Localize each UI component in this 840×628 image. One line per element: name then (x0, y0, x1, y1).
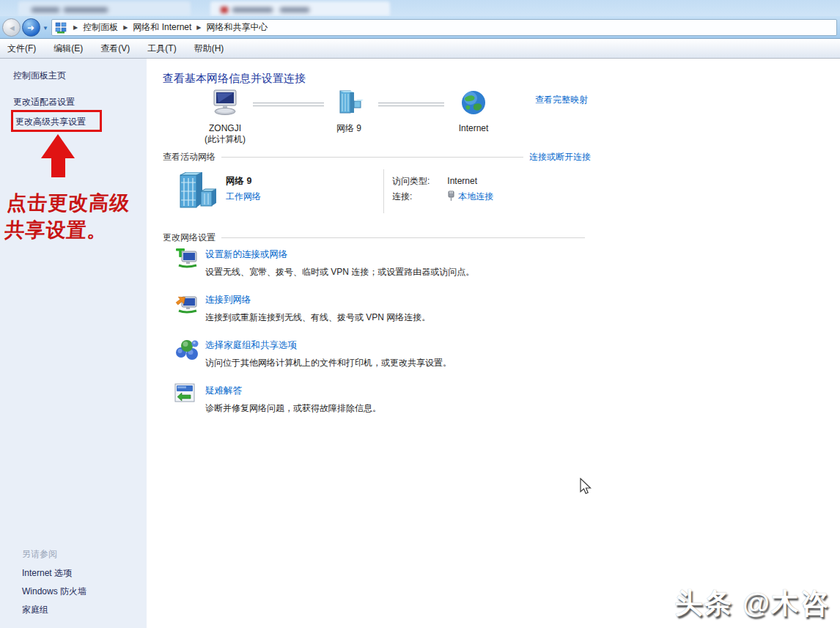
access-type-row: 访问类型: Internet (392, 175, 477, 188)
blurred-text (280, 7, 309, 12)
list-item-setup-new-connection[interactable]: 设置新的连接或网络 设置无线、宽带、拨号、临时或 VPN 连接；或设置路由器或访… (163, 247, 591, 278)
homegroup-sharing-link[interactable]: 选择家庭组和共享选项 (205, 340, 297, 350)
red-arrow-head (41, 134, 75, 158)
connect-to-network-desc: 连接到或重新连接到无线、有线、拨号或 VPN 网络连接。 (205, 311, 591, 324)
annotation-line1: 点击更改高级 (6, 189, 131, 216)
recent-pages-dropdown[interactable]: ▼ (43, 25, 48, 32)
blurred-browser-tabstrip (0, 0, 840, 16)
globe-icon (460, 89, 487, 116)
blurred-text (232, 7, 273, 12)
back-button[interactable]: ◄ (2, 18, 21, 37)
connect-disconnect-link[interactable]: 连接或断开连接 (529, 151, 591, 163)
troubleshoot-desc: 诊断并修复网络问题，或获得故障排除信息。 (205, 402, 591, 415)
new-connection-icon (174, 247, 199, 270)
list-item-connect-to-network[interactable]: 连接到网络 连接到或重新连接到无线、有线、拨号或 VPN 网络连接。 (163, 292, 591, 324)
network-sharing-center-window: ◄ ➜ ▼ ▶ 控制面板 ▶ 网络和 Internet ▶ 网络和共享中心 文件… (0, 0, 840, 628)
connection-label: 连接: (392, 191, 445, 203)
connection-row: 连接: 本地连接 (392, 191, 493, 203)
forward-arrow-icon: ➜ (27, 23, 34, 33)
red-up-arrow (40, 134, 75, 177)
sidebar-item-change-adapter-settings[interactable]: 更改适配器设置 (13, 96, 75, 108)
list-item-homegroup-sharing[interactable]: 选择家庭组和共享选项 访问位于其他网络计算机上的文件和打印机，或更改共享设置。 (163, 338, 591, 369)
active-networks-header: 查看活动网络 (163, 151, 215, 163)
menu-view[interactable]: 查看(V) (100, 43, 130, 55)
divider (221, 157, 523, 158)
annotation-line2: 共享设置。 (4, 216, 129, 243)
troubleshoot-link[interactable]: 疑难解答 (205, 385, 242, 396)
local-area-connection-link[interactable]: 本地连接 (458, 191, 493, 202)
sidebar-item-homegroup[interactable]: 家庭组 (22, 604, 48, 616)
page-title: 查看基本网络信息并设置连接 (163, 72, 306, 86)
sidebar-item-control-panel-home[interactable]: 控制面板主页 (13, 70, 66, 82)
network-settings-list: 设置新的连接或网络 设置无线、宽带、拨号、临时或 VPN 连接；或设置路由器或访… (163, 247, 591, 429)
computer-name: ZONGJI (188, 123, 262, 134)
blurred-tab (18, 1, 191, 16)
map-node-label: ZONGJI (此计算机) (188, 123, 262, 145)
menu-tools[interactable]: 工具(T) (147, 43, 176, 55)
computer-sublabel: (此计算机) (188, 134, 262, 145)
map-node-label: 网络 9 (312, 123, 386, 134)
breadcrumb-item-network-sharing-center[interactable]: 网络和共享中心 (207, 21, 268, 34)
sidebar-item-windows-firewall[interactable]: Windows 防火墙 (22, 585, 86, 598)
forward-button[interactable]: ➜ (22, 18, 40, 37)
network-icon (334, 89, 364, 116)
breadcrumb-item-control-panel[interactable]: 控制面板 (83, 21, 118, 34)
network-type-link[interactable]: 工作网络 (226, 191, 261, 203)
map-connector (378, 103, 444, 106)
active-network-name: 网络 9 (226, 175, 251, 188)
annotation-text: 点击更改高级 共享设置。 (4, 189, 130, 243)
computer-icon (210, 89, 240, 116)
sidebar-item-internet-options[interactable]: Internet 选项 (22, 567, 72, 580)
breadcrumb-arrow-icon: ▶ (196, 24, 201, 31)
view-full-map-link[interactable]: 查看完整映射 (535, 94, 588, 106)
blurred-text (32, 7, 59, 12)
map-node-label: Internet (437, 123, 510, 134)
blurred-text (64, 7, 108, 12)
blurred-tab (210, 1, 390, 16)
breadcrumb: ▶ 控制面板 ▶ 网络和 Internet ▶ 网络和共享中心 (51, 19, 837, 36)
red-arrow-shaft (51, 158, 65, 177)
access-type-label: 访问类型: (392, 175, 445, 188)
divider (221, 237, 585, 238)
divider (383, 169, 384, 213)
see-also-header: 另请参阅 (22, 548, 57, 561)
access-type-value: Internet (447, 176, 477, 186)
main-content: 查看基本网络信息并设置连接 ZONGJI (此计算机) (147, 59, 840, 628)
map-node-internet[interactable]: Internet (437, 89, 510, 134)
mouse-cursor (578, 478, 594, 495)
connect-to-network-link[interactable]: 连接到网络 (205, 295, 251, 305)
breadcrumb-arrow-icon: ▶ (123, 24, 128, 31)
active-networks-header-row: 查看活动网络 连接或断开连接 (163, 151, 591, 163)
homegroup-sharing-desc: 访问位于其他网络计算机上的文件和打印机，或更改共享设置。 (205, 357, 591, 369)
menu-help[interactable]: 帮助(H) (194, 43, 224, 55)
troubleshoot-icon (174, 383, 196, 404)
watermark: 头条 @木咨 (674, 585, 830, 622)
breadcrumb-arrow-icon: ▶ (73, 24, 78, 31)
back-arrow-icon: ◄ (8, 24, 15, 32)
sidebar: 控制面板主页 更改适配器设置 更改高级共享设置 点击更改高级 共享设置。 另请参… (0, 59, 147, 628)
menu-bar: 文件(F) 编辑(E) 查看(V) 工具(T) 帮助(H) (0, 39, 840, 59)
red-highlight-box (11, 110, 102, 132)
network-center-icon (55, 22, 67, 34)
work-network-buildings-icon (174, 172, 217, 213)
list-item-troubleshoot[interactable]: 疑难解答 诊断并修复网络问题，或获得故障排除信息。 (163, 383, 591, 415)
map-node-network[interactable]: 网络 9 (312, 89, 386, 134)
active-network-card: 网络 9 工作网络 访问类型: Internet 连接: 本地连接 (163, 168, 591, 216)
menu-file[interactable]: 文件(F) (7, 43, 36, 55)
network-settings-header-row: 更改网络设置 (163, 232, 591, 244)
homegroup-icon (174, 338, 199, 361)
blurred-favicon (221, 7, 228, 13)
menu-edit[interactable]: 编辑(E) (54, 43, 83, 55)
breadcrumb-item-network-internet[interactable]: 网络和 Internet (133, 21, 191, 34)
map-node-this-computer[interactable]: ZONGJI (此计算机) (188, 89, 262, 145)
setup-new-connection-desc: 设置无线、宽带、拨号、临时或 VPN 连接；或设置路由器或访问点。 (205, 266, 591, 278)
network-settings-header: 更改网络设置 (163, 232, 215, 244)
setup-new-connection-link[interactable]: 设置新的连接或网络 (205, 249, 288, 259)
address-bar: ◄ ➜ ▼ ▶ 控制面板 ▶ 网络和 Internet ▶ 网络和共享中心 (0, 16, 840, 39)
connect-to-network-icon (174, 292, 199, 316)
ethernet-plug-icon (447, 191, 455, 201)
